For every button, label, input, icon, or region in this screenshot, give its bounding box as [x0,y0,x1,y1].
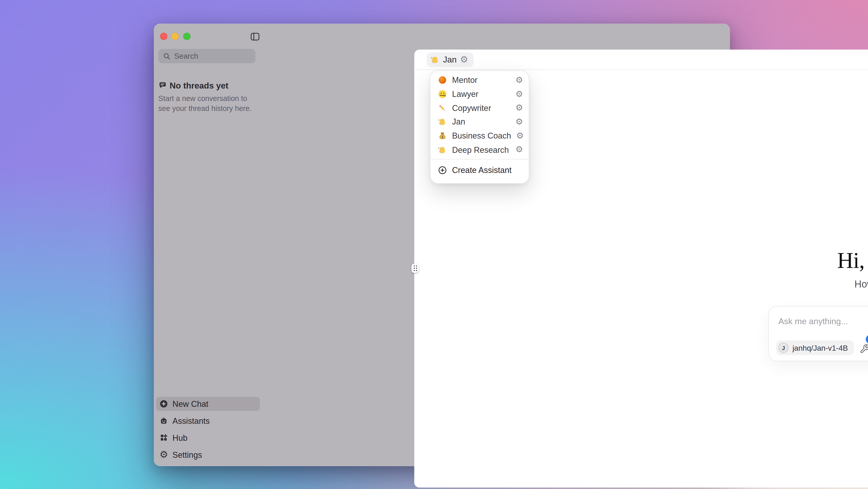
model-name: janhq/Jan-v1-4B [793,343,848,352]
sidebar-resize-handle[interactable] [411,264,418,273]
hub-icon [160,433,168,442]
gear-icon[interactable]: ⚙ [460,55,468,64]
gear-icon[interactable]: ⚙ [516,118,523,126]
zipper-mouth-face-emoji [438,90,447,99]
gear-icon[interactable]: ⚙ [516,104,523,112]
orange-circle-emoji [438,75,447,85]
threads-empty-icon [158,81,167,90]
menu-item-label: Mentor [452,75,510,85]
search-input[interactable] [174,52,251,60]
menu-item-lawyer[interactable]: Lawyer ⚙ [431,87,529,101]
desktop-wallpaper: No threads yet Start a new conversation … [0,0,868,489]
gear-icon[interactable]: ⚙ [516,146,523,154]
minimize-button[interactable] [172,33,179,40]
create-assistant-label: Create Assistant [452,166,512,175]
assistants-icon [160,417,168,425]
tools-button[interactable] [860,344,868,354]
sidebar-nav: New Chat Assistants [156,397,260,464]
sidebar-item-label: Assistants [173,416,210,425]
new-chat-icon [160,400,168,408]
model-avatar: J [778,343,788,353]
drag-dots-icon [413,266,417,271]
waving-hand-emoji [438,118,447,127]
money-bag-emoji: $ [438,131,447,140]
header-divider [414,69,868,70]
sidebar-item-label: Settings [173,450,202,459]
svg-text:$: $ [441,135,443,139]
menu-item-jan[interactable]: Jan ⚙ [431,115,529,129]
gear-icon[interactable]: ⚙ [516,76,523,85]
menu-item-label: Deep Research [452,145,510,154]
assistant-name: Jan [443,55,457,64]
zoom-button[interactable] [183,33,190,40]
menu-item-label: Lawyer [452,90,510,99]
assistant-menu: Mentor ⚙ Lawyer ⚙ [431,71,529,183]
gear-icon[interactable]: ⚙ [516,90,523,98]
greeting-subtitle: How can I help you today? [683,278,868,290]
waving-hand-emoji [438,145,447,154]
search-field[interactable] [158,49,255,63]
empty-state-description: Start a new conversation to see your thr… [158,93,256,113]
greeting-title: Hi, how are you? [683,247,868,273]
close-button[interactable] [160,33,167,40]
chat-composer[interactable]: J janhq/Jan-v1-4B 1 [769,307,868,361]
sidebar-item-assistants[interactable]: Assistants [156,414,260,428]
sidebar-item-label: Hub [173,433,187,442]
create-assistant-button[interactable]: Create Assistant [431,162,529,179]
menu-item-label: Copywriter [452,103,510,113]
sidebar-toggle-button[interactable] [249,31,260,42]
model-selector-button[interactable]: J janhq/Jan-v1-4B [776,340,854,355]
sidebar-item-new-chat[interactable]: New Chat [156,397,260,411]
waving-hand-emoji [431,55,440,64]
empty-state-title: No threads yet [169,81,228,90]
sidebar-item-label: New Chat [173,399,209,408]
menu-item-mentor[interactable]: Mentor ⚙ [431,73,529,87]
menu-divider [431,159,529,159]
settings-icon: ⚙ [160,450,168,459]
chat-input[interactable] [778,314,868,327]
menu-item-copywriter[interactable]: Copywriter ⚙ [431,101,529,115]
plus-circle-icon [438,166,447,175]
sidebar-item-settings[interactable]: ⚙ Settings [156,448,260,462]
panel-left-icon [250,32,259,41]
menu-item-label: Business Coach [452,131,511,140]
menu-item-deep-research[interactable]: Deep Research ⚙ [431,143,529,157]
menu-item-business-coach[interactable]: $ Business Coach ⚙ [431,129,529,143]
menu-item-label: Jan [452,118,510,127]
search-icon [163,52,171,60]
sidebar-item-hub[interactable]: Hub [156,431,260,445]
gear-icon[interactable]: ⚙ [516,132,524,140]
assistant-selector-button[interactable]: Jan ⚙ [427,52,473,67]
wrench-icon [860,344,868,354]
app-window: No threads yet Start a new conversation … [154,24,730,466]
tools-count-badge: 1 [866,335,868,344]
pencil-emoji [438,103,447,113]
